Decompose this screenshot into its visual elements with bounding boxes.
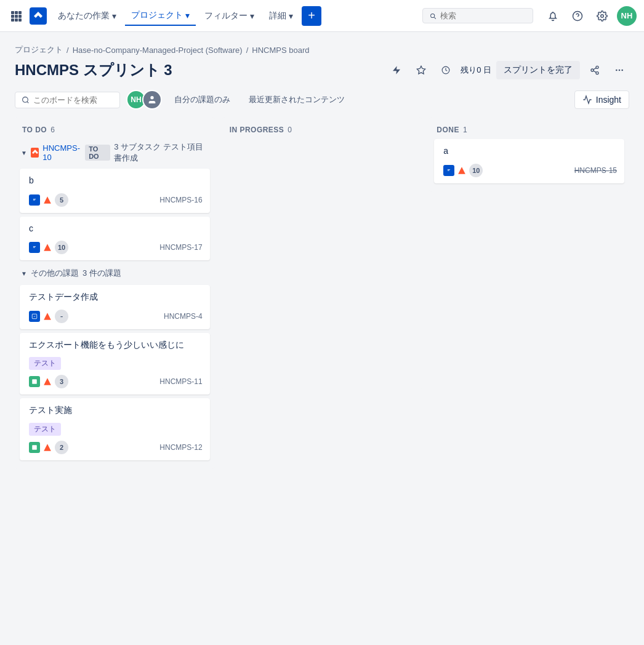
- clock-icon: [436, 60, 456, 80]
- svg-rect-3: [11, 15, 14, 18]
- settings-button[interactable]: [592, 6, 612, 26]
- nav-icon-group: NH: [543, 6, 637, 26]
- card-icons-testdata: -: [29, 310, 68, 323]
- search-input[interactable]: [440, 11, 526, 20]
- breadcrumb-managed[interactable]: Hase-no-Company-Managed-Project (Softwar…: [73, 46, 243, 55]
- board-search-icon: [22, 96, 30, 104]
- done-column: DONE 1 a 10 HNCMPS-15: [429, 117, 629, 192]
- other-group-count: 3 件の課題: [83, 268, 121, 279]
- card-hncmps-15[interactable]: a 10 HNCMPS-15: [434, 139, 624, 183]
- story-points-a: 10: [469, 164, 483, 177]
- share-button[interactable]: [585, 60, 605, 80]
- story-points-export: 3: [55, 375, 68, 388]
- card-id-export: HNCMPS-11: [159, 377, 202, 386]
- svg-point-19: [619, 70, 621, 71]
- story-points-b: 5: [55, 193, 68, 207]
- page-header: HNCMPS スプリント 3 残り0 日 スプリントを完了: [15, 60, 629, 80]
- svg-rect-2: [18, 11, 22, 14]
- card-title-testsimulation: テスト実施: [29, 404, 203, 417]
- svg-point-15: [596, 72, 598, 74]
- other-chevron: ▼: [21, 270, 27, 277]
- in-progress-empty: [227, 139, 417, 385]
- jira-logo[interactable]: [30, 7, 47, 25]
- breadcrumb-project[interactable]: プロジェクト: [15, 44, 63, 55]
- task-type-icon: [29, 311, 40, 322]
- board-search-box[interactable]: [15, 92, 120, 108]
- epic-subtask-info: 3 サブタスク テスト項目書作成: [114, 142, 209, 164]
- story-type-icon: [29, 376, 40, 387]
- avatar-generic[interactable]: [142, 90, 162, 110]
- complete-sprint-button[interactable]: スプリントを完了: [496, 61, 580, 79]
- card-hncmps-12[interactable]: テスト実施 テスト 2 HNCMPS-12: [20, 398, 210, 460]
- priority-high-icon-done: [457, 166, 467, 175]
- page-title: HNCMPS スプリント 3: [15, 60, 172, 80]
- svg-line-17: [594, 68, 597, 70]
- lightning-button[interactable]: [387, 60, 406, 80]
- priority-high-icon-3: [42, 311, 52, 321]
- search-icon: [429, 12, 437, 20]
- epic-icon: [31, 148, 39, 158]
- search-box[interactable]: [422, 8, 533, 23]
- card-id-a: HNCMPS-15: [574, 166, 617, 175]
- card-hncmps-17[interactable]: c 10 HNCMPS-17: [20, 217, 210, 261]
- search-area: [422, 8, 533, 23]
- todo-column-count: 6: [50, 126, 55, 134]
- in-progress-column-header: IN PROGRESS 0: [227, 122, 417, 139]
- story-points-testsimulation: 2: [55, 441, 68, 454]
- breadcrumb: プロジェクト / Hase-no-Company-Managed-Project…: [15, 44, 629, 55]
- more-button[interactable]: [610, 60, 629, 80]
- svg-rect-1: [15, 11, 18, 14]
- epic-header[interactable]: ▼ HNCMPS-10 TO DO 3 サブタスク テスト項目書作成: [20, 139, 210, 166]
- my-issues-button[interactable]: 自分の課題のみ: [168, 90, 236, 109]
- header-actions: 残り0 日 スプリントを完了: [387, 60, 629, 80]
- svg-rect-7: [15, 18, 18, 22]
- card-footer-c: 10 HNCMPS-17: [29, 241, 203, 254]
- tag-testsimulation: テスト: [29, 423, 61, 436]
- subtask-type-icon: [29, 194, 40, 206]
- insight-button[interactable]: Insight: [574, 90, 629, 109]
- board-search-input[interactable]: [33, 95, 113, 105]
- priority-high-icon-5: [42, 443, 52, 452]
- svg-marker-11: [417, 66, 425, 74]
- apps-icon[interactable]: [7, 7, 25, 25]
- nav-details[interactable]: 詳細 ▾: [263, 7, 299, 25]
- svg-point-13: [596, 66, 598, 68]
- other-group-header[interactable]: ▼ その他の課題 3 件の課題: [20, 264, 210, 282]
- card-id-b: HNCMPS-16: [159, 196, 202, 204]
- user-avatar[interactable]: NH: [617, 6, 637, 26]
- card-id-testdata: HNCMPS-4: [164, 312, 203, 321]
- card-icons-b: 5: [29, 193, 68, 207]
- epic-todo-badge: TO DO: [85, 145, 110, 161]
- epic-group: ▼ HNCMPS-10 TO DO 3 サブタスク テスト項目書作成 b: [20, 139, 210, 260]
- card-hncmps-4[interactable]: テストデータ作成 - HNCMPS-4: [20, 285, 210, 329]
- card-footer-testdata: - HNCMPS-4: [29, 310, 203, 323]
- epic-name[interactable]: HNCMPS-10: [42, 143, 81, 162]
- other-group: ▼ その他の課題 3 件の課題 テストデータ作成: [20, 264, 210, 460]
- card-hncmps-16[interactable]: b 5 HNCMPS-16: [20, 169, 210, 213]
- svg-point-18: [616, 70, 618, 71]
- insight-icon: [582, 95, 592, 105]
- nav-projects[interactable]: プロジェクト ▾: [125, 6, 196, 26]
- story-points-dash: -: [55, 310, 68, 323]
- help-button[interactable]: [568, 6, 587, 26]
- recent-content-button[interactable]: 最近更新されたコンテンツ: [243, 90, 351, 109]
- in-progress-column: IN PROGRESS 0: [222, 117, 422, 390]
- svg-rect-5: [18, 15, 22, 18]
- priority-high-icon: [42, 195, 52, 205]
- card-icons-testsimulation: 2: [29, 441, 68, 454]
- svg-point-14: [591, 69, 594, 71]
- card-icons-export: 3: [29, 375, 68, 388]
- done-column-title: DONE: [437, 126, 459, 134]
- done-column-header: DONE 1: [434, 122, 624, 139]
- svg-rect-0: [11, 11, 14, 14]
- nav-your-work[interactable]: あなたの作業 ▾: [52, 7, 123, 25]
- star-button[interactable]: [411, 60, 431, 80]
- create-button[interactable]: +: [302, 6, 321, 26]
- card-hncmps-11[interactable]: エクスポート機能をもう少しいい感じに テスト 3 HNCMPS-1: [20, 333, 210, 395]
- card-title-a: a: [443, 145, 617, 158]
- breadcrumb-board[interactable]: HNCMPS board: [252, 46, 309, 55]
- in-progress-column-title: IN PROGRESS: [230, 126, 284, 134]
- svg-line-16: [594, 71, 597, 73]
- notifications-button[interactable]: [543, 6, 563, 26]
- nav-filters[interactable]: フィルター ▾: [198, 7, 260, 25]
